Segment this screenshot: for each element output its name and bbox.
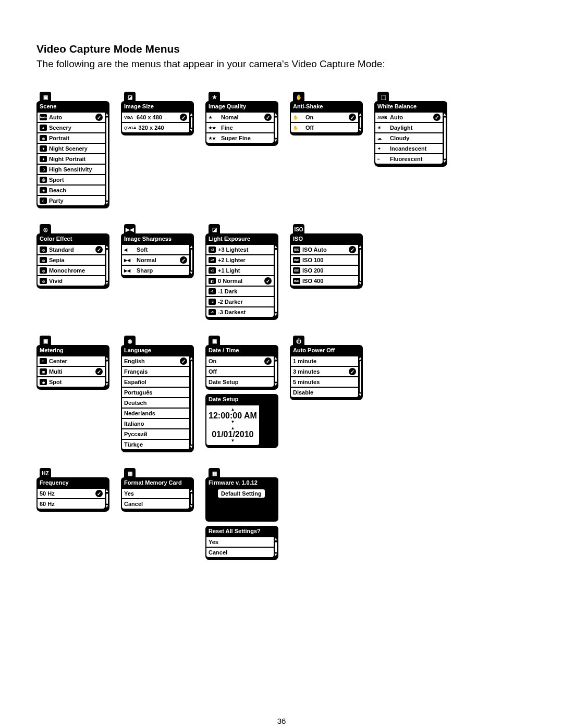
menu-format-memory: ▦Format Memory CardYesCancel▲▼ <box>121 467 194 512</box>
menu-item[interactable]: ◧0 Normal✓ <box>206 276 274 287</box>
menu-item[interactable]: ✦Night Scenery <box>38 144 105 154</box>
menu-item[interactable]: -2-2 Darker <box>206 297 274 307</box>
menu-item[interactable]: ▶◀Sharp <box>122 266 189 275</box>
scrollbar[interactable]: ▲▼ <box>189 245 193 275</box>
menu-item[interactable]: Off <box>206 367 274 377</box>
menu-item[interactable]: Türkçe <box>122 440 189 449</box>
item-label: Русский <box>124 431 147 437</box>
menu-item[interactable]: ☽High Sensitivity <box>38 165 105 175</box>
menu-item[interactable]: ☀Daylight <box>375 123 443 133</box>
menu-item[interactable]: 60 Hz <box>38 499 105 509</box>
menu-item[interactable]: Português <box>122 388 189 398</box>
menu-item[interactable]: ✋On✓ <box>291 113 358 123</box>
item-icon: ISO <box>293 246 300 253</box>
menu-item[interactable]: 5 minutes <box>291 377 358 388</box>
scrollbar[interactable]: ▲▼ <box>443 113 446 164</box>
item-icon: ◎ <box>40 257 47 263</box>
menu-item[interactable]: Disable <box>291 388 358 397</box>
item-icon: -2 <box>209 299 216 305</box>
menu-item[interactable]: ◐Portrait <box>38 133 105 144</box>
menu-item[interactable]: ISOISO Auto✓ <box>291 245 358 255</box>
menu-item[interactable]: Français <box>122 367 189 377</box>
menu-item[interactable]: ⚽Sport <box>38 175 105 186</box>
menu-item[interactable]: ◎Sepia <box>38 255 105 266</box>
menu-item[interactable]: VGA640 x 480✓ <box>122 113 189 123</box>
menu-item[interactable]: ▶◀Normal✓ <box>122 255 189 266</box>
menu-item[interactable]: -1-1 Dark <box>206 287 274 297</box>
menu-item[interactable]: ◎Vivid <box>38 276 105 286</box>
menu-item[interactable]: □Center <box>38 356 105 367</box>
menu-item[interactable]: Русский <box>122 429 189 440</box>
scrollbar[interactable]: ▲▼ <box>358 245 362 286</box>
menu-item[interactable]: ISOISO 200 <box>291 266 358 276</box>
scrollbar[interactable]: ▲▼ <box>189 489 193 509</box>
menu-item[interactable]: ◎Monochrome <box>38 266 105 276</box>
menu-item[interactable]: ☾Party <box>38 196 105 205</box>
menu-item[interactable]: On✓ <box>206 356 274 367</box>
menu-item[interactable]: +2+2 Lighter <box>206 255 274 266</box>
menu-header: Image Size <box>121 101 194 112</box>
item-icon: Auto <box>40 114 47 120</box>
menu-item[interactable]: ▲Scenery <box>38 123 105 133</box>
time-row[interactable]: ▲12:00:00 AM▼ <box>209 408 257 424</box>
scrollbar[interactable]: ▲▼ <box>105 489 108 509</box>
scrollbar[interactable]: ▲▼ <box>105 245 108 286</box>
menu-item[interactable]: Yes <box>206 537 274 548</box>
item-label: 320 x 240 <box>139 125 164 131</box>
menu-item[interactable]: ◉Spot <box>38 377 105 387</box>
item-label: Party <box>49 198 64 204</box>
item-prefix: ☁ <box>377 136 388 141</box>
date-row[interactable]: ▲01/01/2010▼ <box>209 426 257 443</box>
menu-item[interactable]: 50 Hz✓ <box>38 489 105 499</box>
menu-item[interactable]: ★★Fine <box>206 123 274 133</box>
menu-header: ISO <box>290 233 363 244</box>
menu-item[interactable]: Cancel <box>206 548 274 557</box>
item-label: Night Portrait <box>49 156 85 162</box>
menu-item[interactable]: AWBAuto✓ <box>375 113 443 123</box>
menu-item[interactable]: ✦Night Portrait <box>38 154 105 165</box>
menu-item[interactable]: ☁Cloudy <box>375 133 443 144</box>
item-icon: +3 <box>209 246 216 253</box>
scrollbar[interactable]: ▲▼ <box>189 356 193 449</box>
scrollbar[interactable]: ▲▼ <box>358 113 362 132</box>
scrollbar[interactable]: ▲▼ <box>358 356 362 397</box>
menu-item[interactable]: English✓ <box>122 356 189 367</box>
menu-item[interactable]: Nederlands <box>122 409 189 419</box>
item-label: Yes <box>209 539 218 545</box>
scrollbar[interactable]: ▲▼ <box>274 537 277 557</box>
scrollbar[interactable]: ▲▼ <box>105 356 108 387</box>
menu-item[interactable]: -3-3 Darkest <box>206 307 274 317</box>
scrollbar[interactable]: ▲▼ <box>274 245 277 317</box>
menu-item[interactable]: Italiano <box>122 419 189 429</box>
menu-item[interactable]: ★★Super Fine <box>206 133 274 143</box>
menu-item[interactable]: +3+3 Lightest <box>206 245 274 255</box>
menu-item[interactable]: ISOISO 400 <box>291 276 358 286</box>
scrollbar[interactable]: ▲▼ <box>189 113 193 132</box>
item-label: 3 minutes <box>293 368 320 375</box>
menu-item[interactable]: 3 minutes✓ <box>291 367 358 377</box>
menu-item[interactable]: ≡Fluorescent <box>375 154 443 164</box>
menu-item[interactable]: AutoAuto✓ <box>38 113 105 123</box>
tab-icon: HZ <box>40 468 51 478</box>
scrollbar[interactable]: ▲▼ <box>274 356 277 387</box>
menu-item[interactable]: Cancel <box>122 499 189 509</box>
menu-item[interactable]: Yes <box>122 489 189 499</box>
menu-item[interactable]: ✦Incandescent <box>375 144 443 154</box>
item-label: Yes <box>124 490 134 497</box>
menu-item[interactable]: ☀Beach <box>38 186 105 196</box>
menu-item[interactable]: ◀Soft <box>122 245 189 255</box>
scrollbar[interactable]: ▲▼ <box>105 113 108 205</box>
menu-item[interactable]: ◎Standard✓ <box>38 245 105 255</box>
scrollbar[interactable]: ▲▼ <box>274 113 277 143</box>
menu-item[interactable]: ⊞Multi✓ <box>38 367 105 377</box>
default-setting-button[interactable]: Default Setting <box>218 489 265 498</box>
menu-item[interactable]: Date Setup <box>206 377 274 387</box>
menu-item[interactable]: QVGA320 x 240 <box>122 123 189 132</box>
menu-item[interactable]: ✋Off <box>291 123 358 132</box>
menu-item[interactable]: Español <box>122 377 189 388</box>
menu-item[interactable]: ★Nomal✓ <box>206 113 274 123</box>
menu-item[interactable]: +1+1 Light <box>206 266 274 276</box>
menu-item[interactable]: 1 minute <box>291 356 358 367</box>
menu-item[interactable]: ISOISO 100 <box>291 255 358 266</box>
menu-item[interactable]: Deutsch <box>122 398 189 409</box>
